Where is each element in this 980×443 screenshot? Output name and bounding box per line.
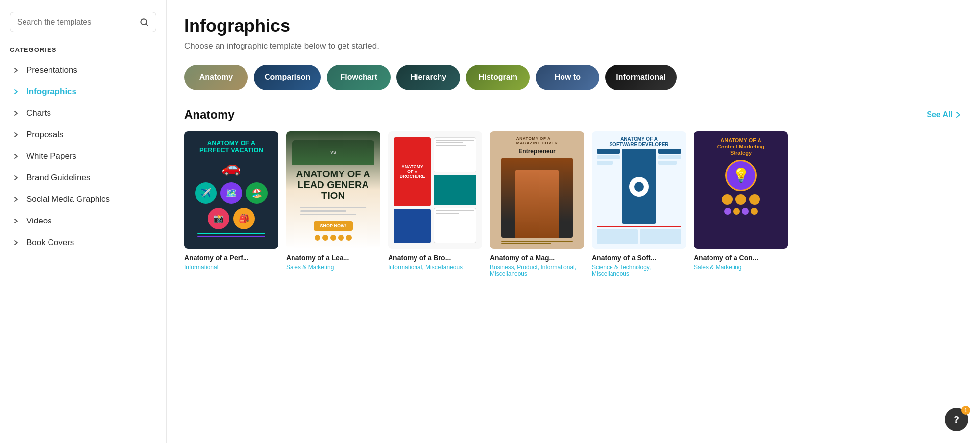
section-title: Anatomy [184, 108, 235, 122]
template-tags: Informational [184, 264, 278, 271]
chevron-icon [12, 87, 21, 96]
template-card[interactable]: ANATOMY OF AContent MarketingStrategy 💡 … [694, 131, 788, 277]
main-content: Infographics Choose an infographic templ… [167, 0, 980, 443]
svg-line-1 [146, 24, 148, 26]
template-name: Anatomy of a Perf... [184, 254, 278, 262]
template-name: Anatomy of a Con... [694, 254, 788, 262]
svg-point-0 [141, 19, 147, 25]
sidebar-item-videos[interactable]: Videos [10, 210, 156, 232]
template-tags: Sales & Marketing [286, 264, 380, 271]
sidebar-item-label: Book Covers [26, 238, 74, 247]
filter-pill-anatomy[interactable]: Anatomy [184, 65, 248, 90]
filter-pill-comparison[interactable]: Comparison [254, 65, 321, 90]
section-anatomy: AnatomySee All ANATOMY OF APERFECT VACAT… [184, 108, 962, 277]
help-label: ? [954, 414, 959, 425]
template-tags: Science & Technology, Miscellaneous [592, 264, 686, 277]
filter-pill-flowchart[interactable]: Flowchart [327, 65, 391, 90]
chevron-icon [12, 195, 21, 204]
chevron-icon [12, 66, 21, 74]
template-thumbnail: ANATOMY OF AMAGAZINE COVER Entrepreneur [490, 131, 584, 249]
template-thumbnail: ANATOMY OF ASOFTWARE DEVELOPER [592, 131, 686, 249]
sidebar-item-label: Charts [26, 108, 51, 118]
page-title: Infographics [184, 16, 962, 36]
filter-pill-howto[interactable]: How to [536, 65, 599, 90]
sidebar-item-label: Proposals [26, 130, 64, 140]
sections-container: AnatomySee All ANATOMY OF APERFECT VACAT… [184, 108, 962, 277]
see-all-label: See All [927, 110, 953, 119]
filter-pill-hierarchy[interactable]: Hierarchy [396, 65, 460, 90]
template-tags: Sales & Marketing [694, 264, 788, 271]
sidebar-item-brand-guidelines[interactable]: Brand Guidelines [10, 167, 156, 189]
template-card[interactable]: ANATOMYOF ABROCHURE Anato [388, 131, 482, 277]
categories-label: CATEGORIES [10, 46, 156, 53]
template-tags: Business, Product, Informational, Miscel… [490, 264, 584, 277]
see-all-link[interactable]: See All [927, 110, 962, 119]
chevron-icon [12, 109, 21, 118]
sidebar-item-presentations[interactable]: Presentations [10, 59, 156, 81]
page-subtitle: Choose an infographic template below to … [184, 41, 962, 51]
chevron-icon [12, 238, 21, 247]
template-card[interactable]: ANATOMY OF ASOFTWARE DEVELOPER [592, 131, 686, 277]
search-input[interactable] [17, 18, 134, 26]
help-badge: 1 [961, 406, 970, 415]
filter-pills: AnatomyComparisonFlowchartHierarchyHisto… [184, 65, 962, 90]
sidebar-item-book-covers[interactable]: Book Covers [10, 232, 156, 253]
template-name: Anatomy of a Bro... [388, 254, 482, 262]
sidebar-item-label: Infographics [26, 87, 76, 97]
template-name: Anatomy of a Mag... [490, 254, 584, 262]
template-tags: Informational, Miscellaneous [388, 264, 482, 271]
template-name: Anatomy of a Soft... [592, 254, 686, 262]
template-thumbnail: ANATOMY OF AContent MarketingStrategy 💡 [694, 131, 788, 249]
search-icon [139, 17, 149, 27]
template-name: Anatomy of a Lea... [286, 254, 380, 262]
filter-pill-informational[interactable]: Informational [605, 65, 676, 90]
search-box[interactable] [10, 12, 156, 32]
template-thumbnail: VS ANATOMY OF ALEAD GENERATION SHOP NOW! [286, 131, 380, 249]
chevron-icon [12, 130, 21, 139]
sidebar-item-infographics[interactable]: Infographics [10, 81, 156, 102]
sidebar-item-label: Presentations [26, 65, 77, 75]
template-grid: ANATOMY OF APERFECT VACATION 🚗 ✈️ 🗺️ 🏖️ … [184, 131, 962, 277]
sidebar-item-label: Videos [26, 216, 52, 226]
sidebar-item-social-media[interactable]: Social Media Graphics [10, 189, 156, 210]
template-thumbnail: ANATOMY OF APERFECT VACATION 🚗 ✈️ 🗺️ 🏖️ … [184, 131, 278, 249]
sidebar: CATEGORIES PresentationsInfographicsChar… [0, 0, 167, 443]
sidebar-item-proposals[interactable]: Proposals [10, 124, 156, 146]
template-card[interactable]: ANATOMY OF APERFECT VACATION 🚗 ✈️ 🗺️ 🏖️ … [184, 131, 278, 277]
filter-pill-histogram[interactable]: Histogram [466, 65, 530, 90]
template-card[interactable]: ANATOMY OF AMAGAZINE COVER Entrepreneur … [490, 131, 584, 277]
sidebar-item-label: White Papers [26, 151, 76, 161]
help-button[interactable]: ? 1 [945, 408, 968, 431]
template-thumbnail: ANATOMYOF ABROCHURE [388, 131, 482, 249]
template-card[interactable]: VS ANATOMY OF ALEAD GENERATION SHOP NOW!… [286, 131, 380, 277]
section-header: AnatomySee All [184, 108, 962, 122]
sidebar-item-charts[interactable]: Charts [10, 102, 156, 124]
sidebar-item-label: Brand Guidelines [26, 173, 90, 183]
sidebar-item-white-papers[interactable]: White Papers [10, 146, 156, 167]
sidebar-item-label: Social Media Graphics [26, 195, 110, 204]
chevron-icon [12, 217, 21, 225]
categories-list: PresentationsInfographicsChartsProposals… [10, 59, 156, 253]
chevron-icon [12, 152, 21, 161]
chevron-icon [12, 173, 21, 182]
